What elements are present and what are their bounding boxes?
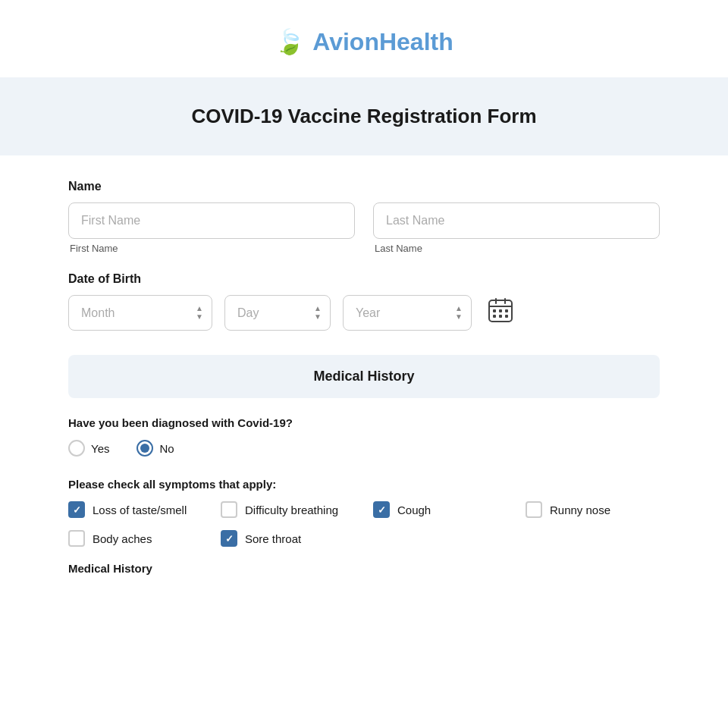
- dob-row: MonthJanuaryFebruaryMarchAprilMayJuneJul…: [68, 295, 660, 331]
- symptom-checkbox-2: [373, 501, 390, 518]
- symptom-label-5: Sore throat: [245, 532, 301, 545]
- symptom-checkbox-3: [526, 501, 542, 518]
- first-name-field: First Name: [68, 202, 355, 254]
- svg-rect-6: [505, 309, 508, 312]
- header: 🍃 AvionHealth: [0, 0, 728, 77]
- symptom-option-3[interactable]: Runny nose: [526, 501, 660, 518]
- svg-rect-8: [499, 315, 502, 318]
- symptom-option-2[interactable]: Cough: [373, 501, 507, 518]
- covid-radio-no-label: No: [159, 442, 174, 455]
- symptom-label-2: Cough: [397, 504, 431, 516]
- name-section-label: Name: [68, 180, 660, 193]
- svg-rect-9: [505, 315, 508, 318]
- last-name-sublabel: Last Name: [375, 243, 660, 254]
- covid-radio-no-circle: [136, 440, 153, 457]
- svg-rect-7: [493, 315, 496, 318]
- calendar-icon[interactable]: [487, 297, 514, 329]
- svg-rect-5: [499, 309, 502, 312]
- svg-rect-4: [493, 309, 496, 312]
- symptom-label-4: Body aches: [93, 532, 152, 545]
- day-select[interactable]: Day1234567891011121314151617181920212223…: [224, 295, 331, 331]
- symptoms-question-label: Please check all symptoms that apply:: [68, 478, 660, 491]
- first-name-input[interactable]: [68, 202, 355, 239]
- symptom-option-4[interactable]: Body aches: [68, 530, 202, 547]
- medical-history-divider: Medical History: [68, 355, 660, 398]
- symptom-checkbox-5: [221, 530, 237, 547]
- symptom-checkbox-1: [221, 501, 237, 518]
- symptom-option-5[interactable]: Sore throat: [221, 530, 355, 547]
- medical-history-divider-label: Medical History: [313, 369, 414, 384]
- year-select-wrap: Year202420232022201020001990198019701960…: [343, 295, 472, 331]
- medical-history-bottom-label: Medical History: [68, 562, 660, 575]
- last-name-field: Last Name: [373, 202, 660, 254]
- covid-radio-yes-label: Yes: [91, 442, 109, 455]
- covid-radio-no[interactable]: No: [136, 440, 174, 457]
- covid-radio-yes-circle: [68, 440, 85, 457]
- symptom-label-1: Difficulty breathing: [245, 504, 338, 516]
- month-select[interactable]: MonthJanuaryFebruaryMarchAprilMayJuneJul…: [68, 295, 212, 331]
- first-name-sublabel: First Name: [70, 243, 355, 254]
- covid-radio-group: Yes No: [68, 440, 660, 457]
- year-select[interactable]: Year202420232022201020001990198019701960…: [343, 295, 472, 331]
- covid-radio-yes[interactable]: Yes: [68, 440, 109, 457]
- symptoms-checkbox-grid: Loss of taste/smellDifficulty breathingC…: [68, 501, 660, 547]
- last-name-input[interactable]: [373, 202, 660, 239]
- dob-label: Date of Birth: [68, 272, 660, 286]
- symptom-label-3: Runny nose: [550, 504, 610, 516]
- symptom-checkbox-0: [68, 501, 85, 518]
- symptom-label-0: Loss of taste/smell: [93, 504, 187, 516]
- covid-question-label: Have you been diagnosed with Covid-19?: [68, 416, 660, 429]
- name-row: First Name Last Name: [68, 202, 660, 254]
- symptom-option-0[interactable]: Loss of taste/smell: [68, 501, 202, 518]
- dob-section: Date of Birth MonthJanuaryFebruaryMarchA…: [68, 272, 660, 331]
- form-container: Name First Name Last Name Date of Birth …: [23, 180, 705, 605]
- month-select-wrap: MonthJanuaryFebruaryMarchAprilMayJuneJul…: [68, 295, 212, 331]
- app-title: AvionHealth: [312, 28, 453, 56]
- symptom-option-1[interactable]: Difficulty breathing: [221, 501, 355, 518]
- form-banner: COVID-19 Vaccine Registration Form: [0, 77, 728, 155]
- symptom-checkbox-4: [68, 530, 85, 547]
- day-select-wrap: Day1234567891011121314151617181920212223…: [224, 295, 331, 331]
- form-title: COVID-19 Vaccine Registration Form: [0, 105, 728, 128]
- avion-logo-icon: 🍃: [275, 27, 305, 56]
